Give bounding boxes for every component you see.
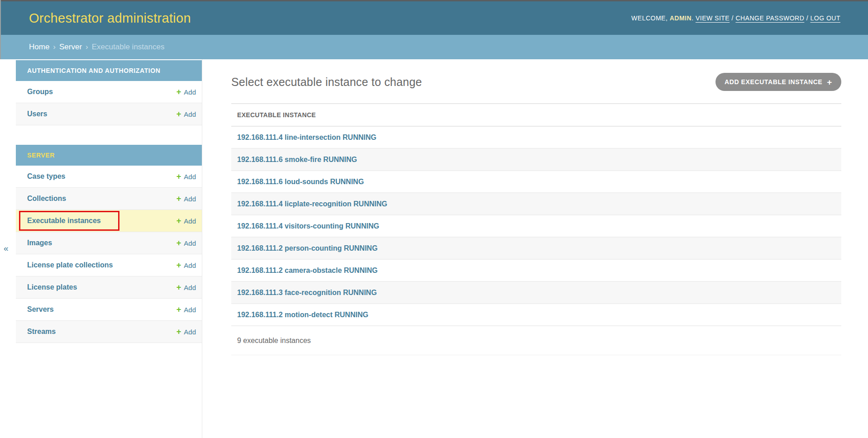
breadcrumb-server[interactable]: Server xyxy=(59,43,82,52)
streams-link[interactable]: Streams xyxy=(27,328,56,336)
collections-link[interactable]: Collections xyxy=(27,195,66,203)
add-users-link[interactable]: + Add xyxy=(176,110,196,118)
sidebar-item-executable-instances[interactable]: Executable instances + Add xyxy=(16,210,202,232)
executable-instance-link[interactable]: 192.168.111.2 person-counting RUNNING xyxy=(237,244,377,252)
plus-icon: + xyxy=(176,305,181,314)
table-row[interactable]: 192.168.111.4 visitors-counting RUNNING xyxy=(231,215,841,238)
sidebar-gutter: « xyxy=(0,59,16,438)
sidebar-item-collections[interactable]: Collections + Add xyxy=(16,188,202,210)
license-plate-collections-link[interactable]: License plate collections xyxy=(27,261,113,269)
nav-sidebar: AUTHENTICATION AND AUTHORIZATION Groups … xyxy=(16,59,202,438)
plus-icon: + xyxy=(176,283,181,291)
log-out-link[interactable]: LOG OUT xyxy=(810,14,840,22)
add-case-types-link[interactable]: + Add xyxy=(176,172,196,181)
welcome-text: WELCOME, ADMIN. xyxy=(631,14,693,22)
sidebar-section-server: SERVER Case types + Add Collections + Ad… xyxy=(16,145,202,343)
user-links: VIEW SITE / CHANGE PASSWORD / LOG OUT xyxy=(696,14,840,22)
column-header-executable-instance[interactable]: EXECUTABLE INSTANCE xyxy=(231,103,841,127)
site-title: Orchestrator administration xyxy=(29,11,191,26)
plus-icon: + xyxy=(176,172,181,181)
sidebar-section-header: AUTHENTICATION AND AUTHORIZATION xyxy=(16,60,202,81)
add-executable-instance-button[interactable]: ADD EXECUTABLE INSTANCE + xyxy=(715,73,841,91)
add-servers-link[interactable]: + Add xyxy=(176,305,196,314)
breadcrumb-separator: › xyxy=(53,43,56,52)
add-license-plates-link[interactable]: + Add xyxy=(176,283,196,291)
page-body: « AUTHENTICATION AND AUTHORIZATION Group… xyxy=(0,59,868,438)
images-link[interactable]: Images xyxy=(27,239,52,247)
case-types-link[interactable]: Case types xyxy=(27,172,66,181)
plus-icon: + xyxy=(176,88,181,96)
sidebar-item-license-plates[interactable]: License plates + Add xyxy=(16,276,202,299)
license-plates-link[interactable]: License plates xyxy=(27,283,77,291)
result-count: 9 executable instances xyxy=(231,326,841,355)
plus-icon: + xyxy=(827,78,832,86)
sidebar-item-groups[interactable]: Groups + Add xyxy=(16,81,202,103)
executable-instance-link[interactable]: 192.168.111.2 camera-obstacle RUNNING xyxy=(237,267,377,275)
sidebar-section-header: SERVER xyxy=(16,145,202,166)
add-license-plate-collections-link[interactable]: + Add xyxy=(176,261,196,269)
table-row[interactable]: 192.168.111.6 loud-sounds RUNNING xyxy=(231,171,841,193)
table-row[interactable]: 192.168.111.4 line-intersection RUNNING xyxy=(231,127,841,149)
add-images-link[interactable]: + Add xyxy=(176,239,196,247)
main-content: Select executable instance to change ADD… xyxy=(203,59,868,438)
plus-icon: + xyxy=(176,328,181,336)
add-groups-link[interactable]: + Add xyxy=(176,88,196,96)
plus-icon: + xyxy=(176,239,181,247)
sidebar-item-servers[interactable]: Servers + Add xyxy=(16,299,202,321)
users-link[interactable]: Users xyxy=(27,110,47,118)
table-row[interactable]: 192.168.111.2 motion-detect RUNNING xyxy=(231,304,841,326)
servers-link[interactable]: Servers xyxy=(27,305,54,314)
result-list: EXECUTABLE INSTANCE 192.168.111.4 line-i… xyxy=(231,103,841,355)
table-row[interactable]: 192.168.111.2 camera-obstacle RUNNING xyxy=(231,260,841,282)
executable-instance-link[interactable]: 192.168.111.4 licplate-recognition RUNNI… xyxy=(237,200,387,208)
sidebar-section-authentication-and-authorization: AUTHENTICATION AND AUTHORIZATION Groups … xyxy=(16,60,202,125)
view-site-link[interactable]: VIEW SITE xyxy=(696,14,730,22)
content-header: Select executable instance to change ADD… xyxy=(231,73,841,91)
executable-instance-link[interactable]: 192.168.111.4 line-intersection RUNNING xyxy=(237,133,377,142)
breadcrumb: Home›Server›Executable instances xyxy=(0,35,868,59)
user-tools: WELCOME, ADMIN. VIEW SITE / CHANGE PASSW… xyxy=(631,14,840,22)
window-top-edge xyxy=(0,0,868,1)
sidebar-item-license-plate-collections[interactable]: License plate collections + Add xyxy=(16,254,202,276)
add-collections-link[interactable]: + Add xyxy=(176,195,196,203)
table-row[interactable]: 192.168.111.2 person-counting RUNNING xyxy=(231,238,841,260)
breadcrumb-separator: › xyxy=(86,43,88,52)
executable-instance-link[interactable]: 192.168.111.6 smoke-fire RUNNING xyxy=(237,156,357,164)
table-row[interactable]: 192.168.111.4 licplate-recognition RUNNI… xyxy=(231,193,841,215)
plus-icon: + xyxy=(176,195,181,203)
app-header: Orchestrator administration WELCOME, ADM… xyxy=(0,1,868,35)
add-button-label: ADD EXECUTABLE INSTANCE xyxy=(725,78,822,86)
sidebar-item-users[interactable]: Users + Add xyxy=(16,103,202,125)
username: ADMIN xyxy=(670,14,692,22)
table-row[interactable]: 192.168.111.6 smoke-fire RUNNING xyxy=(231,149,841,171)
executable-instances-link[interactable]: Executable instances xyxy=(27,217,101,225)
table-row[interactable]: 192.168.111.3 face-recognition RUNNING xyxy=(231,282,841,304)
page-title: Select executable instance to change xyxy=(231,76,422,89)
breadcrumb-home[interactable]: Home xyxy=(29,43,49,52)
groups-link[interactable]: Groups xyxy=(27,88,53,96)
plus-icon: + xyxy=(176,217,181,225)
executable-instance-link[interactable]: 192.168.111.4 visitors-counting RUNNING xyxy=(237,222,379,230)
breadcrumb-executable-instances: Executable instances xyxy=(92,43,165,52)
executable-instance-link[interactable]: 192.168.111.2 motion-detect RUNNING xyxy=(237,311,368,319)
plus-icon: + xyxy=(176,261,181,269)
sidebar-item-images[interactable]: Images + Add xyxy=(16,232,202,254)
change-password-link[interactable]: CHANGE PASSWORD xyxy=(735,14,804,22)
add-streams-link[interactable]: + Add xyxy=(176,328,196,336)
sidebar-item-case-types[interactable]: Case types + Add xyxy=(16,166,202,188)
sidebar-item-streams[interactable]: Streams + Add xyxy=(16,321,202,343)
executable-instance-link[interactable]: 192.168.111.6 loud-sounds RUNNING xyxy=(237,178,364,186)
executable-instance-link[interactable]: 192.168.111.3 face-recognition RUNNING xyxy=(237,289,377,297)
window-left-edge xyxy=(0,0,1,59)
plus-icon: + xyxy=(176,110,181,118)
add-executable-instances-link[interactable]: + Add xyxy=(176,217,196,225)
sidebar-collapse-toggle[interactable]: « xyxy=(4,244,9,252)
